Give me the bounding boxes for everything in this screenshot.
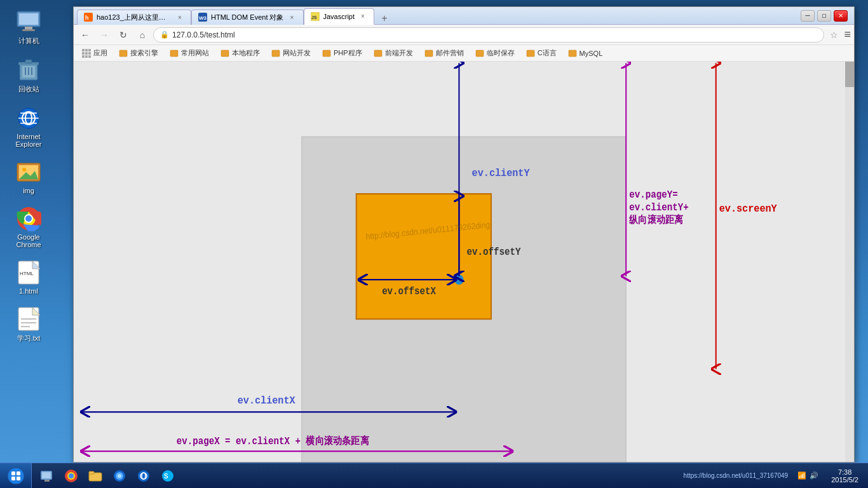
- svg-text:ev.offsetX: ev.offsetX: [382, 286, 436, 297]
- tab-javascript-title: Javascript: [323, 13, 355, 20]
- browser-content: ev.clientY ev.pageY= ev.clientY+ 纵向滚动距离 …: [74, 62, 854, 462]
- tab-hao123-close[interactable]: ×: [175, 13, 184, 22]
- svg-rect-49: [170, 50, 178, 57]
- bookmark-php[interactable]: PHP程序: [317, 47, 367, 60]
- desktop-icon-img[interactable]: img: [3, 157, 54, 197]
- scrollbar-thumb[interactable]: [845, 62, 854, 87]
- close-button[interactable]: ✕: [834, 10, 848, 22]
- new-tab-button[interactable]: +: [377, 12, 392, 25]
- desktop-icons-container: 计算机 回收站: [0, 0, 57, 464]
- tray-volume-icon: 🔊: [810, 471, 818, 480]
- taskbar-item-ie[interactable]: [132, 466, 156, 486]
- desktop-icon-chrome[interactable]: Google Chrome: [3, 203, 54, 251]
- bookmark-mysql[interactable]: MySQL: [563, 47, 608, 60]
- bookmark-search[interactable]: 搜索引擎: [114, 47, 163, 60]
- address-text: 127.0.0.5/test.html: [172, 30, 817, 39]
- svg-rect-1: [19, 13, 38, 25]
- bookmark-star-icon[interactable]: ☆: [830, 30, 838, 40]
- bookmark-webdev[interactable]: 网站开发: [266, 47, 316, 60]
- bookmark-temp[interactable]: 临时保存: [470, 47, 520, 60]
- lock-icon: 🔒: [160, 30, 169, 39]
- svg-point-24: [25, 215, 32, 222]
- clock-time: 7:38: [838, 468, 851, 476]
- svg-rect-3: [22, 29, 35, 31]
- tab-htmldom[interactable]: W3 HTML DOM Event 对象 ×: [191, 10, 304, 25]
- bookmark-apps-label: 应用: [93, 48, 107, 58]
- desktop-icon-recycle[interactable]: 回收站: [3, 55, 54, 97]
- chrome-icon-label: Google Chrome: [6, 233, 51, 248]
- taskbar-item-skype[interactable]: S: [156, 466, 180, 486]
- svg-rect-55: [476, 50, 484, 57]
- desktop-icon-computer[interactable]: 计算机: [3, 6, 54, 48]
- bookmark-c[interactable]: C语言: [521, 47, 562, 60]
- desktop: 计算机 回收站: [0, 0, 868, 488]
- svg-rect-47: [88, 55, 91, 58]
- bookmark-email-label: 邮件营销: [436, 48, 464, 58]
- bookmark-common[interactable]: 常用网站: [165, 47, 214, 60]
- bookmark-common-label: 常用网站: [181, 48, 209, 58]
- svg-rect-39: [82, 49, 85, 51]
- svg-rect-83: [11, 477, 15, 480]
- desktop-icon-ie[interactable]: Internet Explorer: [3, 103, 54, 151]
- svg-rect-40: [85, 49, 88, 51]
- svg-text:ev.pageY=: ev.pageY=: [629, 189, 677, 200]
- clock-date: 2015/5/2: [831, 476, 858, 484]
- start-button[interactable]: [0, 463, 32, 489]
- svg-rect-86: [42, 472, 51, 478]
- svg-text:http://blog.csdn.net/u01117926: http://blog.csdn.net/u011179262ding: [365, 219, 491, 241]
- address-bar[interactable]: 🔒 127.0.0.5/test.html: [153, 27, 824, 43]
- bookmark-apps[interactable]: 应用: [77, 47, 112, 60]
- ie-icon-label: Internet Explorer: [6, 133, 51, 148]
- svg-rect-56: [527, 50, 534, 57]
- bookmark-local-label: 本地程序: [232, 48, 260, 58]
- bookmark-local[interactable]: 本地程序: [215, 47, 265, 60]
- bookmark-frontend[interactable]: 前端开发: [369, 47, 418, 60]
- taskbar-url: https://blog.csdn.net/u011_37167049: [677, 472, 795, 479]
- forward-button[interactable]: →: [96, 27, 112, 43]
- bookmark-email[interactable]: 邮件营销: [419, 47, 469, 60]
- taskbar-item-firefox[interactable]: [107, 466, 132, 486]
- taskbar-items: S: [32, 463, 677, 489]
- bookmark-c-label: C语言: [538, 48, 557, 58]
- svg-text:纵向滚动距离: 纵向滚动距离: [628, 214, 683, 226]
- svg-point-90: [69, 473, 74, 478]
- svg-point-19: [22, 168, 26, 172]
- bookmark-temp-label: 临时保存: [487, 48, 515, 58]
- desktop-icon-html[interactable]: HTML 1.html: [3, 257, 54, 297]
- bookmarks-bar: 应用 搜索引擎 常用网站 本地程序 网站开发 PHP程序: [74, 45, 854, 62]
- svg-text:ev.clientY: ev.clientY: [472, 167, 530, 179]
- svg-text:ev.screenY: ev.screenY: [719, 203, 777, 215]
- window-controls: ─ □ ✕: [801, 10, 851, 22]
- bookmark-webdev-label: 网站开发: [283, 48, 311, 58]
- tab-hao123[interactable]: h hao123_上网从这里开始 ×: [77, 10, 191, 25]
- tab-htmldom-close[interactable]: ×: [288, 13, 297, 22]
- txt-icon-label: 学习.txt: [17, 334, 41, 343]
- taskbar-time[interactable]: 7:38 2015/5/2: [822, 468, 868, 484]
- svg-rect-43: [85, 52, 88, 55]
- title-bar: h hao123_上网从这里开始 × W3 HTML DOM Event 对象: [74, 7, 854, 25]
- scrollbar[interactable]: [845, 62, 854, 462]
- taskbar-item-chrome[interactable]: [59, 466, 83, 486]
- tab-hao123-favicon: h: [84, 13, 93, 22]
- bookmark-php-label: PHP程序: [334, 48, 362, 58]
- svg-text:JS: JS: [311, 15, 317, 20]
- tray-network-icon: 📶: [797, 471, 806, 480]
- minimize-button[interactable]: ─: [801, 10, 815, 22]
- home-button[interactable]: ⌂: [134, 27, 151, 43]
- tab-javascript[interactable]: JS Javascript ×: [304, 8, 375, 25]
- svg-text:W3: W3: [199, 15, 207, 21]
- recycle-icon-label: 回收站: [18, 85, 39, 94]
- menu-icon[interactable]: ≡: [844, 28, 851, 41]
- maximize-button[interactable]: □: [817, 10, 831, 22]
- svg-rect-48: [119, 50, 127, 57]
- taskbar-item-explorer[interactable]: [35, 466, 59, 486]
- tab-javascript-favicon: JS: [311, 12, 320, 21]
- svg-text:ev.pageX = ev.clientX + 横向滚动条距: ev.pageX = ev.clientX + 横向滚动条距离: [177, 435, 369, 447]
- tab-javascript-close[interactable]: ×: [358, 12, 367, 21]
- desktop-icon-txt[interactable]: 学习.txt: [3, 304, 54, 346]
- svg-text:HTML: HTML: [20, 271, 34, 276]
- svg-rect-84: [17, 477, 20, 480]
- reload-button[interactable]: ↻: [115, 27, 132, 43]
- back-button[interactable]: ←: [77, 27, 93, 43]
- taskbar-item-folder[interactable]: [83, 466, 107, 486]
